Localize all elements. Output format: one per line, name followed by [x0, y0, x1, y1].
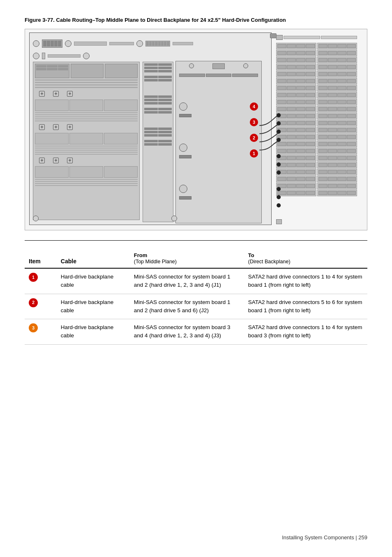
col-header-item: Item — [25, 249, 57, 268]
diagram-box: + + + — [25, 29, 367, 230]
table-row: 1Hard-drive backplane cableMini-SAS conn… — [25, 268, 367, 294]
col-header-from: From (Top Middle Plane) — [130, 249, 244, 268]
callout-4: 4 — [250, 102, 258, 111]
cable-routing-table: Item Cable From (Top Middle Plane) To (D… — [25, 249, 367, 345]
callout-2: 2 — [250, 134, 258, 142]
table-row: 3Hard-drive backplane cableMini-SAS conn… — [25, 319, 367, 345]
table-cell-cable: Hard-drive backplane cable — [57, 294, 130, 319]
figure-title: Figure 3-77. Cable Routing–Top Middle Pl… — [25, 16, 367, 24]
table-cell-to: SATA2 hard drive connectors 1 to 4 for s… — [244, 319, 367, 345]
callout-1: 1 — [250, 149, 258, 158]
col-header-cable: Cable — [57, 249, 130, 268]
table-row: 2Hard-drive backplane cableMini-SAS conn… — [25, 294, 367, 319]
table-cell-to: SATA2 hard drive connectors 1 to 4 for s… — [244, 268, 367, 294]
table-cell-from: Mini-SAS connector for system board 1 an… — [130, 294, 244, 319]
item-badge-3: 3 — [29, 323, 38, 332]
chassis-main: + + + — [29, 32, 272, 225]
footer-text: Installing System Components | 259 — [282, 534, 367, 541]
page-container: Figure 3-77. Cable Routing–Top Middle Pl… — [0, 0, 392, 557]
table-cell-from: Mini-SAS connector for system board 3 an… — [130, 319, 244, 345]
table-cell-cable: Hard-drive backplane cable — [57, 319, 130, 345]
table-cell-cable: Hard-drive backplane cable — [57, 268, 130, 294]
right-backplane: // We'll use the inline approach in HTML — [274, 33, 359, 225]
callout-3: 3 — [250, 118, 258, 126]
table-cell-item: 1 — [25, 268, 57, 294]
item-badge-2: 2 — [29, 298, 38, 307]
table-header: Item Cable From (Top Middle Plane) To (D… — [25, 249, 367, 268]
diagram-inner: + + + — [25, 29, 367, 230]
item-badge-1: 1 — [29, 273, 38, 282]
section-divider — [25, 240, 367, 241]
table-cell-item: 3 — [25, 319, 57, 345]
table-cell-to: SATA2 hard drive connectors 5 to 6 for s… — [244, 294, 367, 319]
page-footer: Installing System Components | 259 — [25, 526, 367, 541]
table-cell-item: 2 — [25, 294, 57, 319]
table-cell-from: Mini-SAS connector for system board 1 an… — [130, 268, 244, 294]
col-header-to: To (Direct Backplane) — [244, 249, 367, 268]
